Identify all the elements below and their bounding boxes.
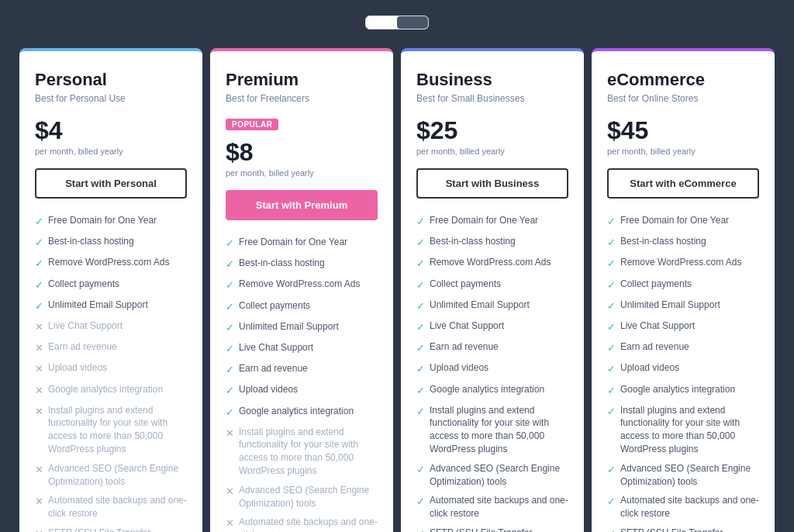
cta-button-premium[interactable]: Start with Premium — [226, 190, 378, 220]
plan-period: per month, billed yearly — [226, 168, 378, 178]
feature-text: Google analytics integration — [239, 405, 354, 418]
feature-item: ✓ Advanced SEO (Search Engine Optimizati… — [607, 462, 759, 489]
check-icon: ✓ — [226, 384, 234, 398]
feature-text: Unlimited Email Support — [239, 320, 339, 333]
feature-text: Google analytics integration — [430, 383, 544, 396]
plan-subtitle: Best for Small Businesses — [416, 93, 568, 104]
feature-text: Advanced SEO (Search Engine Optimization… — [239, 484, 378, 510]
feature-item: ✕ Advanced SEO (Search Engine Optimizati… — [226, 484, 378, 510]
feature-item: ✓ Install plugins and extend functionali… — [607, 404, 759, 456]
plan-subtitle: Best for Freelancers — [226, 93, 378, 104]
feature-text: Free Domain for One Year — [48, 214, 157, 227]
feature-item: ✓ Live Chat Support — [416, 320, 568, 334]
cross-icon: ✕ — [35, 384, 43, 398]
feature-text: Remove WordPress.com Ads — [620, 256, 742, 269]
cross-icon: ✕ — [35, 405, 43, 419]
feature-item: ✓ Collect payments — [607, 278, 759, 292]
check-icon: ✓ — [416, 236, 425, 250]
feature-item: ✓ Collect payments — [416, 278, 568, 292]
feature-text: Earn ad revenue — [48, 340, 117, 354]
feature-text: Automated site backups and one-click res… — [239, 516, 378, 532]
check-icon: ✓ — [35, 299, 43, 313]
feature-item: ✓ Upload videos — [416, 361, 568, 376]
check-icon: ✓ — [416, 299, 425, 313]
feature-text: Collect payments — [239, 299, 310, 313]
check-icon: ✓ — [607, 341, 616, 355]
feature-item: ✓ Free Domain for One Year — [607, 214, 759, 229]
feature-item: ✓ Best-in-class hosting — [607, 235, 759, 250]
feature-text: Unlimited Email Support — [48, 299, 148, 312]
feature-item: ✓ Collect payments — [35, 278, 187, 292]
plan-subtitle: Best for Online Stores — [607, 93, 759, 104]
check-icon: ✓ — [416, 405, 425, 419]
cta-button-ecommerce[interactable]: Start with eCommerce — [607, 168, 759, 199]
feature-text: SFTP (SSH File Transfer Protocol) and Da… — [620, 527, 759, 532]
feature-text: Unlimited Email Support — [620, 299, 720, 312]
plan-period: per month, billed yearly — [607, 147, 759, 156]
feature-item: ✓ Earn ad revenue — [607, 340, 759, 355]
feature-item: ✓ Free Domain for One Year — [416, 214, 568, 229]
feature-text: Best-in-class hosting — [239, 257, 325, 270]
feature-item: ✓ Google analytics integration — [226, 405, 378, 420]
cross-icon: ✕ — [35, 495, 43, 509]
feature-item: ✓ Best-in-class hosting — [416, 235, 568, 250]
cross-icon: ✕ — [35, 362, 43, 376]
feature-item: ✕ Install plugins and extend functionali… — [226, 426, 378, 478]
feature-item: ✓ Live Chat Support — [226, 341, 378, 356]
feature-text: Best-in-class hosting — [48, 235, 134, 248]
feature-item: ✕ Earn ad revenue — [35, 340, 187, 355]
feature-item: ✕ SFTP (SSH File Transfer Protocol) and … — [35, 527, 187, 532]
feature-text: Earn ad revenue — [239, 362, 308, 375]
feature-list: ✓ Free Domain for One Year ✓ Best-in-cla… — [35, 214, 187, 532]
plan-card-ecommerce: eCommerce Best for Online Stores $45 per… — [592, 48, 775, 532]
feature-text: Earn ad revenue — [620, 340, 689, 354]
popular-badge: POPULAR — [226, 119, 278, 130]
plan-period: per month, billed yearly — [35, 147, 187, 156]
feature-text: Collect payments — [48, 278, 119, 291]
cta-button-personal[interactable]: Start with Personal — [35, 168, 187, 199]
feature-list: ✓ Free Domain for One Year ✓ Best-in-cla… — [226, 236, 378, 532]
feature-item: ✓ Google analytics integration — [416, 383, 568, 398]
feature-item: ✓ Upload videos — [607, 361, 759, 376]
feature-text: Remove WordPress.com Ads — [239, 278, 361, 291]
check-icon: ✓ — [607, 362, 616, 376]
check-icon: ✓ — [607, 463, 616, 477]
feature-text: Live Chat Support — [239, 341, 313, 354]
check-icon: ✓ — [607, 236, 616, 250]
feature-item: ✓ Earn ad revenue — [226, 362, 378, 377]
feature-item: ✓ Google analytics integration — [607, 383, 759, 398]
feature-list: ✓ Free Domain for One Year ✓ Best-in-cla… — [416, 214, 568, 532]
plan-name: eCommerce — [607, 70, 759, 90]
check-icon: ✓ — [35, 278, 43, 292]
feature-text: Install plugins and extend functionality… — [620, 404, 759, 456]
plan-card-premium: Premium Best for Freelancers POPULAR $8 … — [210, 48, 393, 532]
plan-card-business: Business Best for Small Businesses $25 p… — [401, 48, 584, 532]
check-icon: ✓ — [607, 299, 616, 313]
check-icon: ✓ — [226, 363, 234, 377]
feature-item: ✕ Automated site backups and one-click r… — [35, 494, 187, 520]
feature-text: Live Chat Support — [48, 320, 123, 333]
feature-list: ✓ Free Domain for One Year ✓ Best-in-cla… — [607, 214, 759, 532]
feature-text: Upload videos — [430, 361, 488, 375]
check-icon: ✓ — [607, 257, 616, 271]
feature-item: ✓ Unlimited Email Support — [607, 299, 759, 313]
feature-text: Best-in-class hosting — [620, 235, 706, 248]
feature-item: ✓ Remove WordPress.com Ads — [607, 256, 759, 271]
cross-icon: ✕ — [226, 516, 234, 530]
check-icon: ✓ — [416, 362, 425, 376]
feature-item: ✓ Automated site backups and one-click r… — [416, 494, 568, 520]
feature-text: Google analytics integration — [48, 383, 163, 396]
feature-text: Live Chat Support — [430, 320, 504, 333]
cross-icon: ✕ — [226, 485, 234, 499]
check-icon: ✓ — [416, 257, 425, 271]
feature-item: ✓ SFTP (SSH File Transfer Protocol) and … — [607, 527, 759, 532]
cross-icon: ✕ — [35, 320, 43, 334]
monthly-toggle-btn[interactable] — [366, 16, 397, 29]
cta-button-business[interactable]: Start with Business — [416, 168, 568, 199]
feature-item: ✕ Upload videos — [35, 361, 187, 376]
feature-item: ✓ Advanced SEO (Search Engine Optimizati… — [416, 462, 568, 489]
check-icon: ✓ — [226, 300, 234, 314]
feature-text: Free Domain for One Year — [620, 214, 729, 227]
annually-toggle-btn[interactable] — [397, 16, 428, 29]
feature-text: Install plugins and extend functionality… — [430, 404, 568, 456]
